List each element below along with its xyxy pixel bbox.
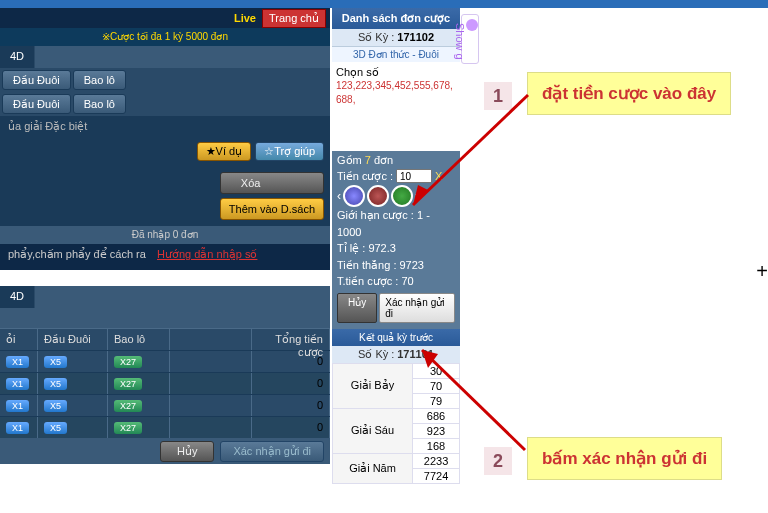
confirm-send-button[interactable]: Xác nhận gửi đi (220, 441, 324, 462)
add-to-list-button[interactable]: Thêm vào D.sách (220, 198, 324, 220)
chosen-numbers: 123,223,345,452,555,678,688, (336, 79, 456, 107)
home-button[interactable]: Trang chủ (262, 9, 326, 28)
limit-text: ※Cược tối đa 1 kỳ 5000 đơn (0, 28, 330, 46)
clear-stake-icon[interactable]: X (435, 170, 442, 182)
stake-input[interactable] (396, 169, 432, 183)
col-blank2 (170, 329, 252, 350)
bet-total: T.tiền cược : 70 (337, 273, 455, 290)
chip-100[interactable] (367, 185, 389, 207)
subtab-bao-lo[interactable]: Bao lô (73, 70, 126, 90)
show-panel-tab[interactable]: Show g (461, 14, 479, 64)
col-bao-lo: Bao lô (108, 329, 170, 350)
col-dau-duoi: Đầu Đuôi (38, 329, 108, 350)
betlist-tab-4d[interactable]: 4D (0, 286, 35, 308)
bet-win: Tiền thắng : 9723 (337, 257, 455, 274)
multiplier-badge[interactable]: X1 (6, 422, 29, 434)
annotation-2: bấm xác nhận gửi đi (527, 437, 722, 480)
multiplier-badge[interactable]: X27 (114, 422, 142, 434)
results-table: Giải Bảy30 70 79 Giải Sáu686 923 168 Giả… (332, 363, 460, 484)
hint-text: phẩy,chấm phẩy để cách ra (8, 248, 146, 260)
multiplier-badge[interactable]: X27 (114, 378, 142, 390)
annotation-number-1: 1 (484, 82, 512, 110)
betslip-title: Danh sách đơn cược (332, 8, 460, 29)
chip-10[interactable] (343, 185, 365, 207)
chip-prev-icon[interactable]: ‹ (337, 189, 341, 203)
chip-500[interactable] (391, 185, 413, 207)
clear-button[interactable]: Xóa (220, 172, 324, 194)
multiplier-badge[interactable]: X5 (44, 400, 67, 412)
annotation-number-2: 2 (484, 447, 512, 475)
multiplier-badge[interactable]: X27 (114, 400, 142, 412)
chat-icon (466, 19, 478, 31)
live-label: Live (234, 12, 256, 24)
cancel-button[interactable]: Hủy (160, 441, 214, 462)
subtab-dau-duoi[interactable]: Đầu Đuôi (2, 70, 71, 90)
betslip-confirm-button[interactable]: Xác nhận gửi đi (379, 293, 455, 323)
section-special-label: ủa giải Đặc biệt (0, 116, 330, 136)
multiplier-badge[interactable]: X27 (114, 356, 142, 368)
choose-label: Chọn số (336, 66, 456, 79)
multiplier-badge[interactable]: X1 (6, 356, 29, 368)
bet-row: X1 X5 X27 0 (0, 394, 330, 416)
bet-row: X1 X5 X27 0 (0, 372, 330, 394)
tab-4d[interactable]: 4D (0, 46, 35, 68)
stake-label: Tiền cược : (337, 170, 393, 183)
entered-status: Đã nhập 0 đơn (0, 226, 330, 244)
multiplier-badge[interactable]: X1 (6, 400, 29, 412)
chip-next-icon[interactable]: › (415, 189, 419, 203)
subtab-dau-duoi-2[interactable]: Đầu Đuôi (2, 94, 71, 114)
period-label: Số Kỳ : 171102 (332, 29, 460, 47)
multiplier-badge[interactable]: X5 (44, 422, 67, 434)
col-blank: ỏi (0, 329, 38, 350)
multiplier-badge[interactable]: X1 (6, 378, 29, 390)
bet-range: Giới hạn cược : 1 - 1000 (337, 207, 455, 240)
bet-type: 3D Đơn thức - Đuôi (332, 47, 460, 62)
count-text: Gồm 7 đơn (337, 154, 455, 167)
cursor-icon: + (756, 260, 768, 283)
multiplier-badge[interactable]: X5 (44, 356, 67, 368)
betslip-cancel-button[interactable]: Hủy (337, 293, 377, 323)
bet-row: X1 X5 X27 0 (0, 350, 330, 372)
bet-ratio: Tỉ lệ : 972.3 (337, 240, 455, 257)
bet-row: X1 X5 X27 0 (0, 416, 330, 438)
number-input-area[interactable]: ★Ví dụ ☆Trợ giúp Xóa Thêm vào D.sách (0, 136, 330, 226)
prev-period: Số Kỳ : 171101 (332, 346, 460, 363)
example-button[interactable]: ★Ví dụ (197, 142, 252, 161)
prev-results-title: Kết quả kỳ trước (332, 329, 460, 346)
multiplier-badge[interactable]: X5 (44, 378, 67, 390)
annotation-1: đặt tiền cược vào đây (527, 72, 731, 115)
col-total: Tổng tiền cược (252, 329, 330, 350)
subtab-bao-lo-2[interactable]: Bao lô (73, 94, 126, 114)
help-button[interactable]: ☆Trợ giúp (255, 142, 324, 161)
input-guide-link[interactable]: Hướng dẫn nhập số (157, 248, 257, 260)
